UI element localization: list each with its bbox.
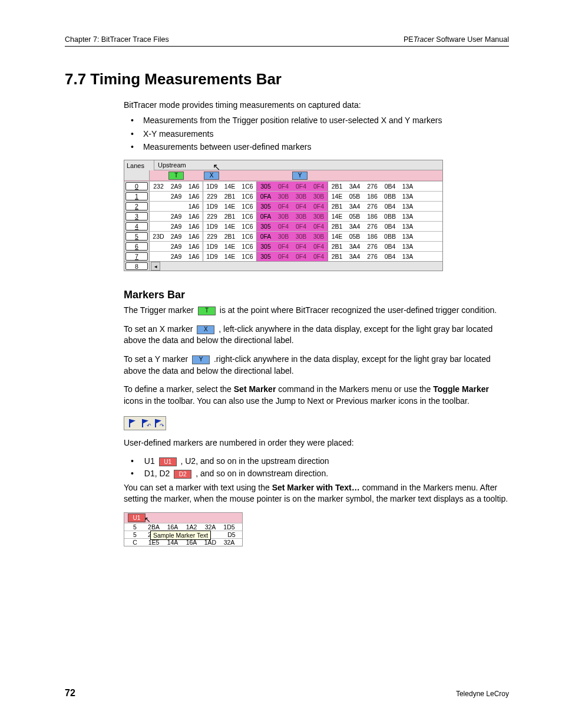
section-title: 7.7 Timing Measurements Bar xyxy=(65,70,509,88)
data-cell: 1A6 xyxy=(185,252,203,261)
lanes-header: Lanes xyxy=(124,160,154,170)
prev-marker-icon[interactable]: ↶ xyxy=(141,419,149,428)
data-cell: 1A6 xyxy=(185,202,203,211)
trigger-para: The Trigger marker T is at the point whe… xyxy=(124,305,509,317)
data-cell: 186 xyxy=(363,232,381,241)
data-cell: 14E xyxy=(328,192,346,201)
data-cell: 1A6 xyxy=(185,232,203,241)
data-cell: 0F4 xyxy=(292,202,310,211)
data-cell: 2B1 xyxy=(221,192,239,201)
data-cell: 0F4 xyxy=(310,242,328,251)
data-cell: 30B xyxy=(275,212,292,221)
y-marker-icon: Y xyxy=(192,355,210,364)
table-row[interactable]: 32A91A62292B11C60FA30B30B30B14E05B1860BB… xyxy=(124,211,442,221)
data-cell: 1A6 xyxy=(185,192,203,201)
lane-button[interactable]: 0 xyxy=(125,182,148,190)
data-cell: 1C6 xyxy=(239,192,257,201)
trigger-marker-icon[interactable]: T xyxy=(168,172,184,180)
data-cell: 0F4 xyxy=(275,222,292,231)
data-cell: 23D xyxy=(150,232,167,241)
data-cell: 2B1 xyxy=(328,182,346,191)
data-cell: 2A9 xyxy=(167,182,185,191)
data-cell: 0F4 xyxy=(275,242,292,251)
define-marker-para: To define a marker, select the Set Marke… xyxy=(124,384,509,407)
data-cell: 0F4 xyxy=(310,202,328,211)
data-cell: 1D9 xyxy=(203,222,221,231)
x-marker-icon: X xyxy=(197,325,214,334)
data-cell: 13A xyxy=(399,242,416,251)
data-cell: 13A xyxy=(399,232,416,241)
data-cell: 0F4 xyxy=(310,252,328,261)
data-cell: 0F4 xyxy=(310,222,328,231)
lane-button[interactable]: 1 xyxy=(125,192,148,200)
data-cell: 05B xyxy=(346,232,363,241)
data-cell: 1D9 xyxy=(203,202,221,211)
data-cell: 05B xyxy=(346,192,363,201)
data-cell: 1D9 xyxy=(203,182,221,191)
data-cell xyxy=(150,252,167,261)
data-cell: 0B4 xyxy=(381,222,399,231)
table-row[interactable]: 523D2A91A62292B11C60FA30B30B30B14E05B186… xyxy=(124,231,442,241)
data-cell: 0F4 xyxy=(292,222,310,231)
table-row[interactable]: 62A91A61D914E1C63050F40F40F42B13A42760B4… xyxy=(124,241,442,251)
data-cell: 276 xyxy=(363,202,381,211)
trace-table: ↖ Lanes Upstream T X Y 02322A91A61D914E1… xyxy=(124,160,443,271)
u1-marker-icon: U1 xyxy=(128,513,146,522)
next-marker-icon[interactable]: ↷ xyxy=(154,419,162,428)
table-row[interactable]: 42A91A61D914E1C63050F40F40F42B13A42760B4… xyxy=(124,221,442,231)
bullet-item: Measurements between user-defined marker… xyxy=(131,141,509,153)
data-cell: 14E xyxy=(221,252,239,261)
lane-button[interactable]: 8 xyxy=(125,262,148,270)
data-cell: 305 xyxy=(257,182,275,191)
data-cell: 0F4 xyxy=(310,182,328,191)
bullet-item: Measurements from the Trigger position r… xyxy=(131,114,509,126)
table-row[interactable]: 12A91A62292B11C60FA30B30B30B14E05B1860BB… xyxy=(124,191,442,201)
x-marker-icon[interactable]: X xyxy=(204,172,219,180)
data-cell: 1C6 xyxy=(239,232,257,241)
data-cell: 13A xyxy=(399,252,416,261)
lane-button[interactable]: 7 xyxy=(125,252,148,261)
toggle-marker-icon[interactable] xyxy=(128,419,136,428)
y-marker-icon[interactable]: Y xyxy=(292,172,308,180)
data-cell: 13A xyxy=(399,212,416,221)
data-cell: 1C6 xyxy=(239,222,257,231)
table-row[interactable]: 72A91A61D914E1C63050F40F40F42B13A42760B4… xyxy=(124,251,442,261)
bullet-item: X-Y measurements xyxy=(131,128,509,140)
d2-marker-icon: D2 xyxy=(174,470,191,479)
data-cell: 2A9 xyxy=(167,212,185,221)
data-cell: 0F4 xyxy=(275,202,292,211)
data-cell: 30B xyxy=(310,212,328,221)
lane-button[interactable]: 3 xyxy=(125,212,148,220)
data-cell: 3A4 xyxy=(346,182,363,191)
intro-text: BitTracer mode provides timing measureme… xyxy=(124,99,509,111)
lane-button[interactable]: 5 xyxy=(125,232,148,241)
data-cell: 186 xyxy=(363,212,381,221)
data-cell: 30B xyxy=(275,192,292,201)
data-cell: 13A xyxy=(399,182,416,191)
lane-button[interactable]: 6 xyxy=(125,242,148,251)
y-marker-para: To set a Y marker Y .right-click anywher… xyxy=(124,354,509,377)
lane-button[interactable]: 4 xyxy=(125,222,148,230)
scroll-left-icon[interactable]: ◂ xyxy=(151,262,160,271)
data-cell: 30B xyxy=(292,232,310,241)
data-cell: 14E xyxy=(328,232,346,241)
u1-marker-icon: U1 xyxy=(159,457,177,466)
userdef-para: User-defined markers are numbered in ord… xyxy=(124,437,509,449)
lane-button[interactable]: 2 xyxy=(125,202,148,210)
data-cell: 1C6 xyxy=(239,212,257,221)
data-cell: 14E xyxy=(221,242,239,251)
data-cell: 2A9 xyxy=(167,192,185,201)
data-cell: 05B xyxy=(346,212,363,221)
marker-bar[interactable]: T X Y xyxy=(124,170,442,181)
table-row[interactable]: 21A61D914E1C63050F40F40F42B13A42760B413A xyxy=(124,201,442,211)
data-cell: 1A6 xyxy=(185,242,203,251)
data-cell: 14E xyxy=(328,212,346,221)
data-cell xyxy=(150,212,167,221)
table-row[interactable]: 02322A91A61D914E1C63050F40F40F42B13A4276… xyxy=(124,181,442,191)
data-cell: 1D9 xyxy=(203,242,221,251)
company-name: Teledyne LeCroy xyxy=(456,690,509,698)
data-cell: 0FA xyxy=(257,212,275,221)
data-cell: 276 xyxy=(363,222,381,231)
data-cell xyxy=(150,242,167,251)
data-cell: 0B4 xyxy=(381,242,399,251)
